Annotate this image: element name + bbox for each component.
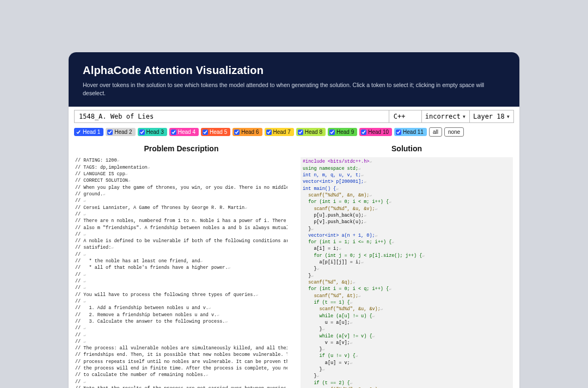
head-chip-4[interactable]: Head 4: [169, 128, 199, 136]
head-chip-6[interactable]: Head 6: [232, 128, 262, 136]
head-checkbox-10[interactable]: [361, 130, 366, 135]
problem-text[interactable]: // RATING: 1200↵ // TAGS: dp,implementat…: [75, 157, 287, 388]
page-subtitle: Hover over tokens in the solution to see…: [83, 81, 505, 97]
head-chip-11[interactable]: Head 11: [394, 128, 427, 136]
solution-text[interactable]: #include <bits/stdc++.h>↵ using namespac…: [301, 157, 513, 388]
head-chip-5[interactable]: Head 5: [201, 128, 230, 136]
banner: AlphaCode Attention Visualization Hover …: [69, 52, 519, 107]
head-label: Head 7: [273, 129, 291, 135]
columns: Problem Description // RATING: 1200↵ // …: [69, 141, 519, 388]
head-checkbox-6[interactable]: [234, 130, 240, 135]
head-chip-7[interactable]: Head 7: [265, 128, 294, 136]
controls-row: 1548_A. Web of Lies C++ incorrect ▾ Laye…: [74, 110, 514, 123]
content: 1548_A. Web of Lies C++ incorrect ▾ Laye…: [69, 110, 519, 388]
head-label: Head 4: [178, 129, 195, 135]
head-chip-1[interactable]: Head 1: [74, 128, 103, 136]
language-box: C++: [389, 110, 422, 122]
head-checkbox-3[interactable]: [139, 130, 145, 135]
head-checkbox-8[interactable]: [298, 130, 303, 135]
head-label: Head 3: [146, 129, 164, 135]
problem-column: Problem Description // RATING: 1200↵ // …: [69, 141, 294, 388]
layer-select[interactable]: Layer 18 ▾: [470, 110, 513, 122]
head-checkbox-9[interactable]: [329, 130, 335, 135]
head-chip-2[interactable]: Head 2: [106, 128, 135, 136]
head-label: Head 8: [305, 129, 322, 135]
all-button[interactable]: all: [429, 127, 442, 137]
head-label: Head 6: [241, 129, 259, 135]
head-chip-3[interactable]: Head 3: [138, 128, 167, 136]
head-checkbox-4[interactable]: [171, 130, 176, 135]
app-panel: AlphaCode Attention Visualization Hover …: [69, 52, 519, 388]
chevron-down-icon: ▾: [506, 113, 510, 120]
correctness-value: incorrect: [425, 113, 461, 120]
head-label: Head 1: [83, 129, 100, 135]
heads-row: Head 1Head 2Head 3Head 4Head 5Head 6Head…: [69, 126, 519, 141]
head-label: Head 2: [114, 129, 132, 135]
solution-heading: Solution: [301, 144, 513, 153]
solution-column: Solution #include <bits/stdc++.h>↵ using…: [294, 141, 519, 388]
head-checkbox-2[interactable]: [107, 130, 113, 135]
none-button[interactable]: none: [444, 127, 464, 137]
head-label: Head 10: [368, 129, 389, 135]
head-checkbox-1[interactable]: [76, 130, 81, 135]
head-chip-8[interactable]: Head 8: [296, 128, 326, 136]
head-chip-9[interactable]: Head 9: [328, 128, 357, 136]
problem-heading: Problem Description: [75, 144, 287, 153]
head-label: Head 5: [210, 129, 227, 135]
head-label: Head 9: [336, 129, 354, 135]
chevron-down-icon: ▾: [462, 113, 466, 120]
head-checkbox-11[interactable]: [396, 130, 401, 135]
problem-title[interactable]: 1548_A. Web of Lies: [75, 110, 389, 122]
layer-value: Layer 18: [473, 113, 505, 120]
head-checkbox-7[interactable]: [266, 130, 272, 135]
head-chip-10[interactable]: Head 10: [359, 128, 392, 136]
page-title: AlphaCode Attention Visualization: [83, 64, 505, 77]
correctness-select[interactable]: incorrect ▾: [422, 110, 470, 122]
head-label: Head 11: [403, 129, 424, 135]
head-checkbox-5[interactable]: [203, 130, 208, 135]
